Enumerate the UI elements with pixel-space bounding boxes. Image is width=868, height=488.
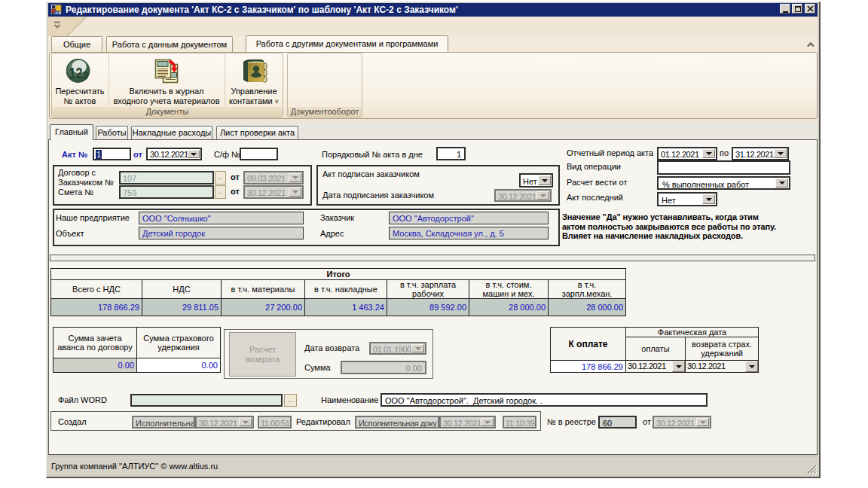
svg-text:3: 3 [83, 69, 88, 81]
svg-text:12: 12 [69, 65, 83, 81]
